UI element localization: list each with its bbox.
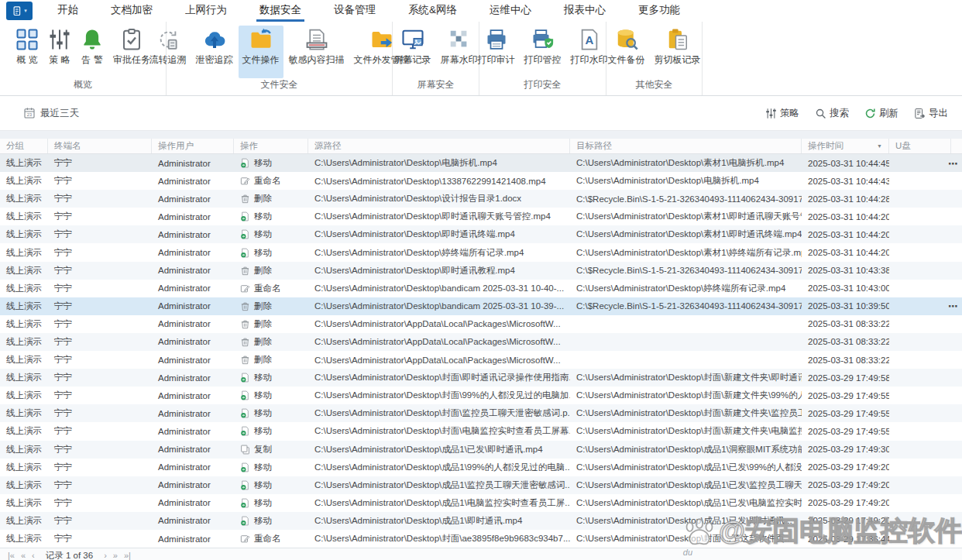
- 搜索-button[interactable]: 搜索: [815, 107, 849, 120]
- table-row[interactable]: 线上演示宁宁Administrator移动C:\Users\Administra…: [0, 225, 962, 243]
- tab-开始[interactable]: 开始: [54, 0, 81, 22]
- last-page-button[interactable]: »|: [124, 551, 131, 560]
- cell-time: 2025-03-29 17:49:20: [802, 476, 889, 494]
- column-header-dst[interactable]: 目标路径: [570, 139, 802, 153]
- cell-time: 2025-03-29 17:49:55: [802, 404, 889, 422]
- table-row[interactable]: 线上演示宁宁Administrator移动C:\Users\Administra…: [0, 243, 962, 261]
- cell-dst: C:\Users\Administrator\Desktop\成品1\洞察眼MI…: [570, 441, 802, 459]
- operation-label: 重命名: [254, 283, 281, 294]
- ribbon-button-打印管控[interactable]: 打印管控: [521, 26, 565, 78]
- cell-user: Administrator: [152, 262, 234, 280]
- column-header-src[interactable]: 源路径: [308, 139, 570, 153]
- cell-time: 2025-03-31 10:43:00: [802, 280, 889, 297]
- table-row[interactable]: 线上演示宁宁Administrator移动C:\Users\Administra…: [0, 422, 962, 440]
- ribbon-button-流转追溯[interactable]: 流转追溯: [146, 26, 191, 78]
- cell-src: C:\Users\Administrator\AppData\Local\Pac…: [308, 315, 570, 333]
- move-icon: [240, 462, 250, 472]
- cell-usb: [889, 280, 951, 297]
- cell-actions-gutter: [951, 422, 962, 440]
- ribbon-button-文件操作[interactable]: 文件操作: [239, 26, 283, 78]
- 导出-button[interactable]: 导出: [914, 107, 948, 120]
- ribbon-button-泄密追踪[interactable]: 泄密追踪: [192, 26, 237, 78]
- cell-group: 线上演示: [0, 333, 48, 351]
- table-row[interactable]: 线上演示宁宁Administrator删除C:\Users\Administra…: [0, 333, 962, 351]
- table-row[interactable]: 线上演示宁宁Administrator移动C:\Users\Administra…: [0, 494, 962, 512]
- cell-actions-gutter: [951, 280, 962, 297]
- cell-user: Administrator: [152, 333, 234, 351]
- table-row[interactable]: 线上演示宁宁Administrator移动C:\Users\Administra…: [0, 459, 962, 476]
- 刷新-button[interactable]: 刷新: [864, 107, 898, 120]
- table-row[interactable]: 线上演示宁宁Administrator移动C:\Users\Administra…: [0, 476, 962, 494]
- table-row[interactable]: 线上演示宁宁Administrator重命名C:\Users\Administr…: [0, 172, 962, 190]
- column-header-user[interactable]: 操作用户: [152, 139, 234, 153]
- ribbon-button-屏幕记录[interactable]: 屏幕记录: [390, 26, 435, 78]
- table-row[interactable]: 线上演示宁宁Administrator删除C:\Users\Administra…: [0, 315, 962, 333]
- ribbon-button-概览[interactable]: 概 览: [12, 26, 43, 78]
- tab-文档加密[interactable]: 文档加密: [108, 0, 156, 22]
- table-row[interactable]: 线上演示宁宁Administrator复制C:\Users\Administra…: [0, 441, 962, 459]
- tab-报表中心[interactable]: 报表中心: [561, 0, 609, 22]
- 策略-button[interactable]: 策略: [765, 107, 799, 120]
- table-row[interactable]: 线上演示宁宁Administrator移动C:\Users\Administra…: [0, 512, 962, 530]
- table-row[interactable]: 线上演示宁宁Administrator移动C:\Users\Administra…: [0, 154, 962, 172]
- more-options-icon[interactable]: ⋯: [948, 158, 959, 168]
- ribbon-button-文件备份[interactable]: 文件备份: [604, 26, 649, 78]
- column-header-terminal[interactable]: 终端名: [48, 139, 152, 153]
- sort-caret-icon[interactable]: ▼: [877, 143, 882, 149]
- cell-dst: C:\$Recycle.Bin\S-1-5-21-326340493-11140…: [570, 190, 802, 208]
- table-row[interactable]: 线上演示宁宁Administrator删除C:\Users\Administra…: [0, 297, 962, 315]
- table-row[interactable]: 线上演示宁宁Administrator移动C:\Users\Administra…: [0, 387, 962, 404]
- column-header-group[interactable]: 分组: [0, 139, 48, 153]
- cell-terminal: 宁宁: [48, 404, 152, 422]
- app-menu-button[interactable]: ▾: [6, 2, 33, 20]
- more-options-icon[interactable]: ⋯: [948, 301, 959, 311]
- ribbon-button-告警[interactable]: 告 警: [77, 26, 108, 78]
- fast-prev-page-button[interactable]: «: [21, 551, 26, 560]
- next-page-button[interactable]: ›: [104, 551, 107, 560]
- action-label: 导出: [929, 107, 948, 120]
- ribbon-button-打印审计[interactable]: 打印审计: [474, 26, 519, 78]
- column-header-usb[interactable]: U盘: [889, 139, 951, 153]
- tab-更多功能[interactable]: 更多功能: [635, 0, 683, 22]
- cell-time: 2025-03-31 10:44:20: [802, 243, 889, 261]
- ribbon-button-敏感内容扫描[interactable]: 敏感内容扫描: [285, 26, 349, 78]
- tab-系统&网络[interactable]: 系统&网络: [405, 0, 460, 22]
- operation-label: 移动: [254, 157, 272, 169]
- export-icon: [914, 108, 926, 119]
- operation-label: 移动: [254, 425, 272, 437]
- date-range-filter[interactable]: 23 最近三天: [23, 107, 79, 120]
- column-header-op[interactable]: 操作: [234, 139, 308, 153]
- cell-terminal: 宁宁: [48, 190, 152, 208]
- tab-设备管理[interactable]: 设备管理: [331, 0, 379, 22]
- table-row[interactable]: 线上演示宁宁Administrator删除C:\Users\Administra…: [0, 262, 962, 280]
- fast-next-page-button[interactable]: »: [113, 551, 118, 560]
- tab-上网行为[interactable]: 上网行为: [182, 0, 230, 22]
- cell-op: 移动: [234, 225, 308, 243]
- cell-terminal: 宁宁: [48, 225, 152, 243]
- operation-label: 删除: [254, 354, 272, 366]
- ribbon-button-label: 策 略: [49, 53, 70, 67]
- cell-usb: [889, 243, 951, 261]
- table-row[interactable]: 线上演示宁宁Administrator重命名C:\Users\Administr…: [0, 530, 962, 548]
- table-row[interactable]: 线上演示宁宁Administrator移动C:\Users\Administra…: [0, 208, 962, 225]
- table-row[interactable]: 线上演示宁宁Administrator重命名C:\Users\Administr…: [0, 280, 962, 297]
- cell-group: 线上演示: [0, 172, 48, 190]
- operation-label: 移动: [254, 462, 272, 473]
- cell-src: C:\Users\Administrator\Desktop\封面\即时通讯记录…: [308, 369, 570, 387]
- table-row[interactable]: 线上演示宁宁Administrator移动C:\Users\Administra…: [0, 404, 962, 422]
- ribbon-button-策略[interactable]: 策 略: [44, 26, 75, 78]
- table-row[interactable]: 线上演示宁宁Administrator删除C:\Users\Administra…: [0, 190, 962, 208]
- refresh-icon: [864, 108, 876, 119]
- table-row[interactable]: 线上演示宁宁Administrator移动C:\Users\Administra…: [0, 369, 962, 387]
- cell-usb: [889, 441, 951, 459]
- first-page-button[interactable]: |«: [8, 551, 15, 560]
- column-header-time[interactable]: 操作时间▼: [802, 139, 889, 153]
- ribbon-button-剪切板记录[interactable]: 剪切板记录: [651, 26, 705, 78]
- table-row[interactable]: 线上演示宁宁Administrator删除C:\Users\Administra…: [0, 351, 962, 369]
- cell-terminal: 宁宁: [48, 262, 152, 280]
- tab-运维中心[interactable]: 运维中心: [486, 0, 534, 22]
- cell-usb: [889, 387, 951, 404]
- rename-icon: [240, 283, 250, 294]
- prev-page-button[interactable]: ‹: [32, 551, 35, 560]
- tab-数据安全[interactable]: 数据安全: [256, 0, 304, 22]
